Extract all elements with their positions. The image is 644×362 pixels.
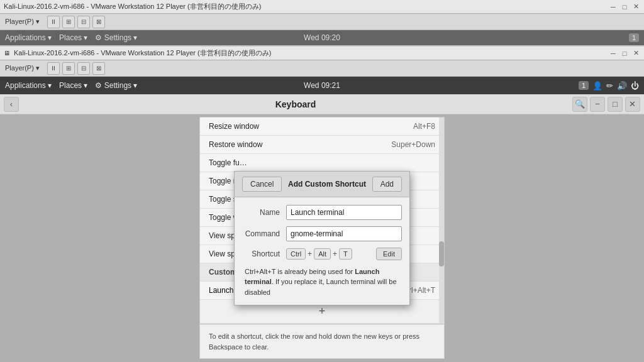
inner-minimize-btn[interactable]: ─ bbox=[609, 49, 618, 58]
kali-systray: 1 bbox=[629, 33, 639, 42]
kali-active-menu-left: Applications ▾ Places ▾ ⚙ Settings ▾ bbox=[5, 81, 137, 90]
inner-toolbar-btn-1[interactable]: ⊞ bbox=[62, 62, 75, 75]
applications-menu[interactable]: Applications ▾ bbox=[5, 33, 52, 42]
toolbar-btn-1[interactable]: ⊞ bbox=[62, 16, 75, 28]
settings-menu-active[interactable]: ⚙ Settings ▾ bbox=[95, 81, 137, 90]
appbar-right-icons: 🔍 − □ ✕ bbox=[572, 97, 640, 112]
toolbar-btn-pause[interactable]: ⏸ bbox=[47, 16, 60, 28]
close-button[interactable]: ✕ bbox=[625, 97, 640, 112]
outer-restore-btn[interactable]: □ bbox=[620, 3, 629, 11]
vmware-inner-titlebar: 🖥 Kali-Linux-2016.2-vm-i686 - VMware Wor… bbox=[0, 47, 644, 60]
kali-menu-left: Applications ▾ Places ▾ ⚙ Settings ▾ bbox=[5, 33, 137, 42]
places-menu-active[interactable]: Places ▾ bbox=[59, 81, 87, 90]
dialog-cancel-button[interactable]: Cancel bbox=[242, 177, 282, 192]
volume-icon: 🔊 bbox=[617, 81, 627, 90]
badge-icon-active: 1 bbox=[579, 81, 589, 90]
dialog-overlay: Cancel Add Custom Shortcut Add Name Comm… bbox=[0, 114, 644, 362]
vmware-title-left: Kali-Linux-2016.2-vm-i686 - VMware Works… bbox=[4, 2, 261, 11]
shortcut-field: Shortcut Ctrl + Alt + T Edit bbox=[242, 248, 402, 260]
kali-topbar-bg: Applications ▾ Places ▾ ⚙ Settings ▾ Wed… bbox=[0, 30, 644, 45]
name-field: Name bbox=[242, 205, 402, 220]
vmware-outer-toolbar: Player(P) ▾ ⏸ ⊞ ⊟ ⊠ bbox=[0, 14, 644, 30]
kali-time-1: Wed 09:20 bbox=[304, 33, 340, 42]
outer-close-btn[interactable]: ✕ bbox=[631, 3, 640, 11]
people-icon: 👤 bbox=[592, 81, 602, 90]
shortcut-label: Shortcut bbox=[242, 250, 286, 258]
back-button[interactable]: ‹ bbox=[4, 97, 19, 112]
name-input[interactable] bbox=[286, 205, 402, 220]
power-icon: ⏻ bbox=[631, 81, 639, 90]
keyboard-title: Keyboard bbox=[275, 99, 316, 109]
vmware-inner-toolbar: Player(P) ▾ ⏸ ⊞ ⊟ ⊠ bbox=[0, 60, 644, 77]
player-label-2[interactable]: Player(P) ▾ bbox=[5, 64, 40, 72]
shortcut-edit-button[interactable]: Edit bbox=[376, 248, 402, 260]
key-alt: Alt bbox=[314, 248, 331, 260]
inner-close-btn[interactable]: ✕ bbox=[631, 49, 640, 58]
command-field: Command bbox=[242, 226, 402, 241]
kali-time-2: Wed 09:21 bbox=[304, 81, 340, 90]
inner-restore-btn[interactable]: □ bbox=[620, 49, 629, 58]
keyboard-appbar: ‹ Keyboard 🔍 − □ ✕ bbox=[0, 94, 644, 114]
player-label[interactable]: Player(P) ▾ bbox=[5, 18, 40, 26]
vmware-inner-title-right: ─ □ ✕ bbox=[609, 49, 640, 58]
inner-toolbar-btn-3[interactable]: ⊠ bbox=[92, 62, 105, 75]
dialog-warning: Ctrl+Alt+T is already being used for Lau… bbox=[242, 266, 402, 298]
warning-text: Ctrl+Alt+T is already being used for bbox=[245, 268, 355, 275]
vmware-outer-titlebar: Kali-Linux-2016.2-vm-i686 - VMware Works… bbox=[0, 0, 644, 14]
settings-menu[interactable]: ⚙ Settings ▾ bbox=[95, 33, 137, 42]
vmware-inner-title: Kali-Linux-2016.2-vm-i686 - VMware Works… bbox=[14, 48, 271, 58]
plus-2: + bbox=[333, 250, 337, 258]
shortcut-keys-display: Ctrl + Alt + T bbox=[286, 248, 376, 260]
places-menu[interactable]: Places ▾ bbox=[59, 33, 87, 42]
toolbar-btn-2[interactable]: ⊟ bbox=[77, 16, 90, 28]
name-label: Name bbox=[242, 208, 286, 217]
main-content: Resize window Alt+F8 Restore window Supe… bbox=[0, 114, 644, 362]
key-t: T bbox=[339, 248, 352, 260]
kali-systray-active: 1 👤 ✏ 🔊 ⏻ bbox=[579, 81, 639, 90]
applications-menu-active[interactable]: Applications ▾ bbox=[5, 81, 52, 90]
dialog-add-button[interactable]: Add bbox=[372, 177, 402, 192]
add-shortcut-dialog: Cancel Add Custom Shortcut Add Name Comm… bbox=[234, 171, 410, 306]
badge-icon: 1 bbox=[629, 33, 639, 42]
command-label: Command bbox=[242, 229, 286, 238]
inner-toolbar-btn-pause[interactable]: ⏸ bbox=[47, 62, 60, 75]
vmware-outer-title: Kali-Linux-2016.2-vm-i686 - VMware Works… bbox=[4, 2, 261, 11]
command-input[interactable] bbox=[286, 226, 402, 241]
box-button[interactable]: □ bbox=[608, 97, 623, 112]
kali-topbar-active: Applications ▾ Places ▾ ⚙ Settings ▾ Wed… bbox=[0, 77, 644, 94]
key-ctrl: Ctrl bbox=[286, 248, 306, 260]
pencil-icon: ✏ bbox=[606, 81, 613, 90]
toolbar-btn-3[interactable]: ⊠ bbox=[92, 16, 105, 28]
dialog-body: Name Command Shortcut Ctrl + bbox=[235, 197, 409, 305]
dialog-title: Add Custom Shortcut bbox=[288, 180, 366, 189]
search-button[interactable]: 🔍 bbox=[572, 97, 587, 112]
outer-minimize-btn[interactable]: ─ bbox=[609, 3, 618, 11]
dialog-titlebar: Cancel Add Custom Shortcut Add bbox=[235, 172, 409, 197]
minus-button[interactable]: − bbox=[590, 97, 605, 112]
back-icon: ‹ bbox=[10, 99, 13, 109]
plus-1: + bbox=[308, 250, 312, 258]
vmware-inner-title-left: 🖥 Kali-Linux-2016.2-vm-i686 - VMware Wor… bbox=[4, 48, 271, 58]
inner-toolbar-btn-2[interactable]: ⊟ bbox=[77, 62, 90, 75]
vmware-outer-window: Kali-Linux-2016.2-vm-i686 - VMware Works… bbox=[0, 0, 644, 362]
vmware-title-right: ─ □ ✕ bbox=[609, 3, 640, 11]
